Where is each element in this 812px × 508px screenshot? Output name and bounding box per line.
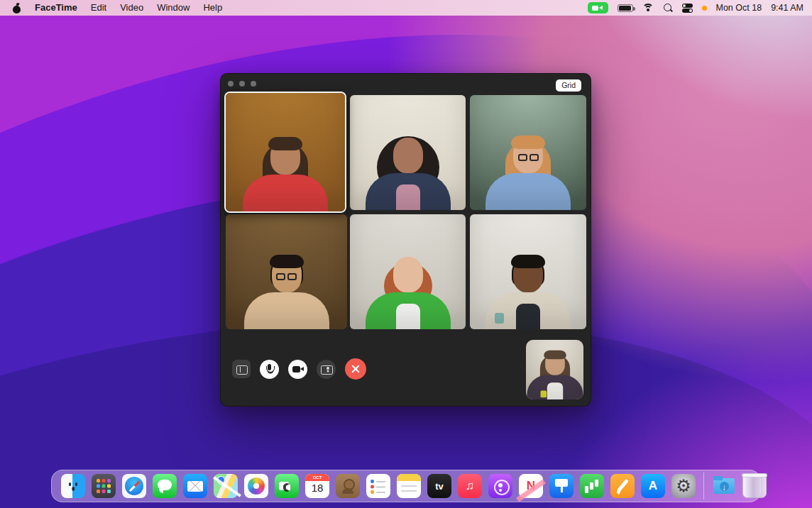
calendar-day: 18 (305, 482, 329, 494)
menu-window[interactable]: Window (157, 2, 190, 13)
dock-item-messages[interactable] (153, 474, 177, 498)
toggle-camera-button[interactable] (288, 360, 307, 379)
dock-item-contacts[interactable] (336, 474, 360, 498)
torso (366, 292, 451, 329)
menu-bar-left: FaceTimeEditVideoWindowHelp (0, 0, 236, 16)
dock-item-calendar[interactable]: OCT18 (305, 474, 329, 498)
dock-item-tv[interactable]: tv (427, 474, 451, 498)
facetime-window: Grid (220, 73, 591, 407)
close-button[interactable] (228, 81, 234, 87)
wifi-icon[interactable] (642, 4, 654, 12)
dock-item-downloads[interactable]: ↓ (712, 474, 736, 498)
zoom-button[interactable] (251, 81, 256, 87)
news-glyph: N (519, 474, 543, 498)
downloads-glyph: ↓ (712, 474, 736, 498)
dock-separator (703, 473, 704, 499)
participant-tile-active[interactable] (224, 92, 346, 213)
head (513, 257, 543, 292)
dock-item-safari[interactable] (122, 474, 146, 498)
mute-microphone-button[interactable] (260, 360, 279, 379)
music-glyph: ♫ (458, 474, 482, 498)
app-menus: FaceTimeEditVideoWindowHelp (35, 0, 236, 16)
cup (540, 390, 547, 397)
participant-video-scene (470, 95, 586, 210)
head (272, 257, 302, 292)
call-controls (232, 358, 366, 380)
hair (539, 355, 569, 399)
cup (495, 313, 504, 324)
dock-item-numbers[interactable] (580, 474, 604, 498)
appstore-glyph: A (641, 474, 665, 498)
head (513, 138, 543, 173)
menu-bar-status: Mon Oct 18 9:41 AM (588, 0, 812, 16)
dock-item-pages[interactable] (610, 474, 635, 498)
dock-item-notes[interactable] (397, 474, 421, 498)
head (393, 138, 423, 173)
menu-bar-date[interactable]: Mon Oct 18 (716, 3, 762, 13)
dock-item-appstore[interactable]: A (641, 474, 665, 498)
minimize-button[interactable] (239, 81, 245, 87)
participant-tile[interactable] (350, 95, 466, 210)
head (393, 257, 423, 292)
participant-person (234, 250, 340, 329)
hair (377, 136, 439, 199)
grid-view-button[interactable]: Grid (556, 79, 581, 92)
apple-menu-icon[interactable] (12, 3, 21, 13)
hair (512, 257, 544, 287)
participant-tile[interactable] (470, 95, 586, 210)
window-titlebar[interactable]: Grid (221, 74, 591, 92)
hair (384, 263, 432, 309)
participant-tile[interactable] (350, 214, 466, 329)
traffic-lights (228, 81, 256, 87)
spotlight-search-icon[interactable] (663, 3, 673, 13)
battery-icon[interactable] (618, 4, 633, 12)
inner-shirt (547, 382, 562, 399)
dock-item-maps[interactable] (214, 474, 238, 498)
camera-active-indicator-icon[interactable] (588, 2, 608, 13)
menu-edit[interactable]: Edit (91, 2, 106, 13)
show-sidebar-button[interactable] (232, 360, 251, 378)
participant-tile[interactable] (470, 214, 586, 329)
self-view[interactable] (526, 340, 583, 399)
dock: OCT18tv♫NA⚙↓ (51, 470, 761, 502)
dock-item-reminders[interactable] (366, 474, 390, 498)
menu-bar: FaceTimeEditVideoWindowHelp Mon Oct 18 9… (0, 0, 812, 16)
mic-in-use-dot (702, 6, 707, 11)
participant-tile[interactable] (226, 214, 347, 329)
torso (485, 173, 571, 210)
participant-person (355, 131, 461, 210)
torso (243, 175, 328, 213)
dock-item-mail[interactable] (183, 474, 207, 498)
dock-item-launchpad[interactable] (92, 474, 116, 498)
menu-help[interactable]: Help (203, 2, 222, 13)
dock-item-finder[interactable] (61, 474, 85, 498)
torso (485, 292, 571, 329)
dock-item-news[interactable]: N (519, 474, 543, 498)
hair (505, 142, 551, 210)
participant-person (475, 250, 581, 329)
hair (263, 143, 308, 213)
dock-item-podcasts[interactable] (488, 474, 512, 498)
dock-item-music[interactable]: ♫ (458, 474, 482, 498)
inner-shirt (396, 304, 420, 329)
dock-item-settings[interactable]: ⚙ (671, 474, 696, 498)
inner-shirt (396, 184, 420, 210)
control-center-icon[interactable] (682, 4, 693, 13)
head (270, 139, 300, 175)
torso (244, 292, 329, 329)
dock-item-keynote[interactable] (549, 474, 574, 498)
menu-bar-clock[interactable]: 9:41 AM (771, 3, 803, 13)
menu-facetime[interactable]: FaceTime (35, 2, 77, 13)
dock-item-photos[interactable] (244, 474, 268, 498)
participant-person (232, 132, 339, 211)
share-screen-button[interactable] (317, 360, 336, 379)
participant-video-scene (470, 214, 586, 329)
participant-person (355, 250, 461, 329)
menu-video[interactable]: Video (120, 2, 143, 13)
dock-item-trash[interactable] (742, 474, 767, 498)
end-call-button[interactable] (345, 358, 366, 380)
participant-video-scene (226, 214, 347, 329)
glasses (274, 273, 300, 280)
participant-video-scene (350, 214, 466, 329)
dock-item-facetime[interactable] (275, 474, 299, 498)
